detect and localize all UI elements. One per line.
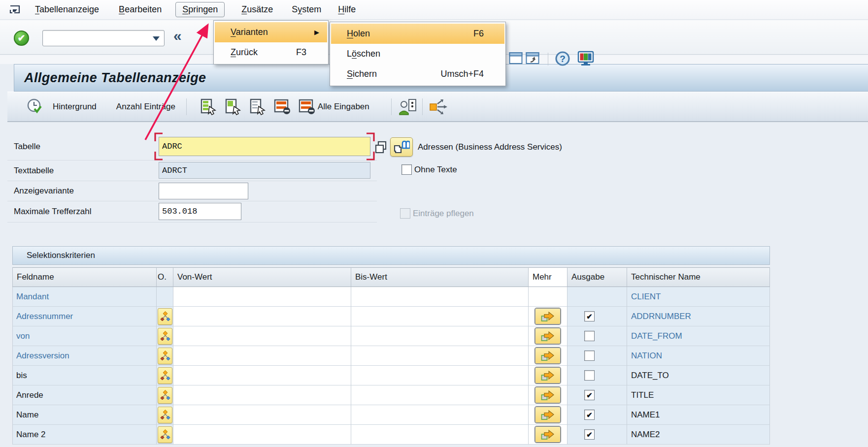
output-checkbox[interactable]: ✔ [584,410,595,420]
collapse-toolbar-chevrons[interactable]: « [173,28,182,44]
row-divider [7,181,377,181]
user-settings-icon[interactable] [399,98,417,116]
feldname-cell[interactable]: Anrede [12,385,157,405]
deselect-all-icon[interactable] [249,98,267,115]
von-wert-input[interactable] [173,385,351,405]
von-wert-input[interactable] [173,287,351,307]
command-field[interactable] [42,30,165,46]
menu-item-holen[interactable]: HolenF6 [331,24,504,44]
select-block-icon[interactable] [224,98,242,115]
option-cell [157,405,173,425]
feldname-cell[interactable]: Adressnummer [12,307,157,326]
ohne-texte-checkbox[interactable] [401,164,412,175]
output-checkbox[interactable] [584,351,595,361]
bis-wert-input[interactable] [351,385,529,405]
selection-options-button[interactable] [158,308,172,325]
menu-item-zur-ck[interactable]: ZurückF3 [215,42,327,63]
delete-selection-icon[interactable] [273,98,291,115]
selection-options-button[interactable] [158,407,172,423]
col-mehr[interactable]: Mehr [529,267,568,287]
customize-layout-icon[interactable] [577,51,594,66]
multiple-selection-button[interactable] [535,328,561,344]
menu-item-varianten[interactable]: Varianten▶ [215,22,327,42]
enter-check-icon[interactable]: ✔ [14,31,29,46]
selection-options-button[interactable] [158,348,172,364]
command-input[interactable] [43,31,146,45]
system-menu-icon[interactable] [9,3,22,16]
multiple-selection-button[interactable] [535,348,561,364]
bis-wert-input[interactable] [351,425,529,445]
output-checkbox[interactable] [584,331,595,341]
menu-zus-tze[interactable]: Zusätze [241,4,273,15]
selection-options-button[interactable] [158,387,172,404]
von-wert-input[interactable] [173,307,351,326]
selection-options-button[interactable] [158,367,172,384]
ausgabe-cell [568,366,627,385]
von-wert-input[interactable] [173,346,351,366]
tabelle-input[interactable] [159,137,370,156]
selection-row-von: vonDATE_FROM [12,326,770,346]
menu-system[interactable]: System [292,4,321,15]
export-icon[interactable] [429,98,448,115]
help-icon[interactable]: ? [555,51,570,66]
von-wert-input[interactable] [173,326,351,346]
output-checkbox[interactable] [584,370,595,381]
copy-value-icon[interactable] [373,140,388,155]
feldname-cell[interactable]: Name 2 [12,425,157,445]
search-help-button[interactable] [390,137,413,157]
von-wert-input[interactable] [173,425,351,445]
col-option[interactable]: O. [157,267,173,287]
ohne-texte-label: Ohne Texte [414,165,457,175]
select-all-icon[interactable] [200,98,217,115]
bis-wert-input[interactable] [351,307,529,326]
von-wert-input[interactable] [173,366,351,385]
menu-springen[interactable]: Springen [175,2,225,17]
ausgabe-cell [568,346,627,366]
anzahl-eintraege-button[interactable]: Anzahl Einträge [116,102,175,112]
col-feldname[interactable]: Feldname [12,267,157,287]
alle-eingaben-label[interactable]: Alle Eingaben [318,102,369,112]
col-bis-wert[interactable]: Bis-Wert [351,267,529,287]
execute-with-clock-icon[interactable] [26,98,44,116]
menu-bearbeiten[interactable]: Bearbeiten [119,4,162,15]
toolbar-separator [391,98,392,115]
texttabelle-input [159,162,370,179]
multiple-selection-button[interactable] [535,387,561,403]
col-ausgabe[interactable]: Ausgabe [568,267,627,287]
texttabelle-label: Texttabelle [14,166,54,176]
col-technischer-name[interactable]: Technischer Name [627,267,770,287]
selection-options-button[interactable] [158,426,172,443]
menu-tabellenanzeige[interactable]: Tabellenanzeige [35,4,99,15]
feldname-cell[interactable]: Mandant [12,287,157,307]
max-trefferzahl-input[interactable] [159,203,241,220]
multiple-selection-button[interactable] [535,367,561,383]
feldname-cell[interactable]: bis [12,366,157,385]
hintergrund-button[interactable]: Hintergrund [53,102,97,112]
command-dropdown-icon[interactable] [153,36,160,41]
delete-all-entries-icon[interactable] [298,98,316,115]
menu-item-sichern[interactable]: SichernUmsch+F4 [331,64,504,84]
bis-wert-input[interactable] [351,326,529,346]
output-checkbox[interactable]: ✔ [584,311,595,321]
selection-options-button[interactable] [158,328,172,345]
col-von-wert[interactable]: Von-Wert [173,267,351,287]
bis-wert-input[interactable] [351,346,529,366]
multiple-selection-button[interactable] [535,426,561,443]
multiple-selection-button[interactable] [535,308,561,324]
bis-wert-input[interactable] [351,366,529,385]
feldname-cell[interactable]: von [12,326,157,346]
multiple-selection-button[interactable] [535,407,561,423]
bis-wert-input[interactable] [351,405,529,425]
bis-wert-input[interactable] [351,287,529,307]
feldname-cell[interactable]: Adressversion [12,346,157,366]
feldname-cell[interactable]: Name [12,405,157,425]
new-session-icon[interactable] [508,51,523,65]
ausgabe-cell: ✔ [568,307,627,326]
menu-item-l-schen[interactable]: Löschen [331,44,504,64]
create-shortcut-icon[interactable] [525,51,540,65]
output-checkbox[interactable]: ✔ [584,390,595,400]
von-wert-input[interactable] [173,405,351,425]
anzeigevariante-input[interactable] [159,183,248,199]
menu-hilfe[interactable]: Hilfe [338,4,356,15]
output-checkbox[interactable]: ✔ [584,429,595,440]
